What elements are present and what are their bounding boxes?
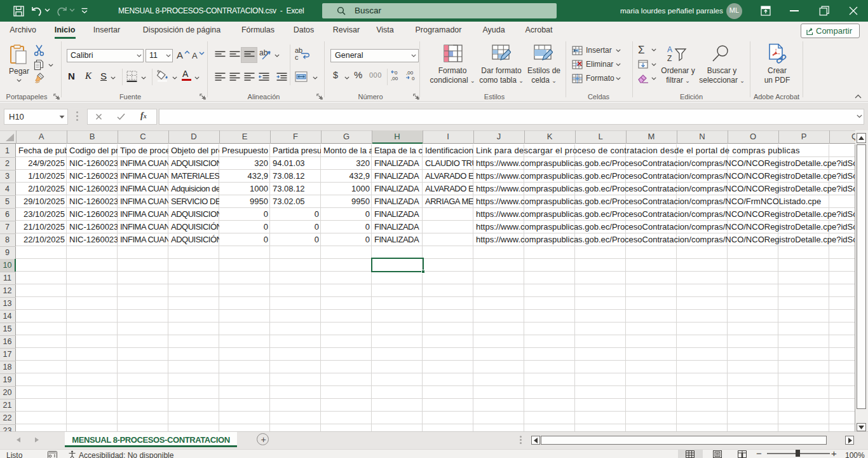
svg-text:0: 0 bbox=[412, 76, 415, 81]
svg-text:,00: ,00 bbox=[391, 76, 398, 81]
svg-text:,00: ,00 bbox=[406, 70, 414, 76]
svg-text:0: 0 bbox=[395, 70, 398, 76]
svg-text:A: A bbox=[667, 45, 672, 54]
svg-text:Z: Z bbox=[667, 54, 672, 62]
